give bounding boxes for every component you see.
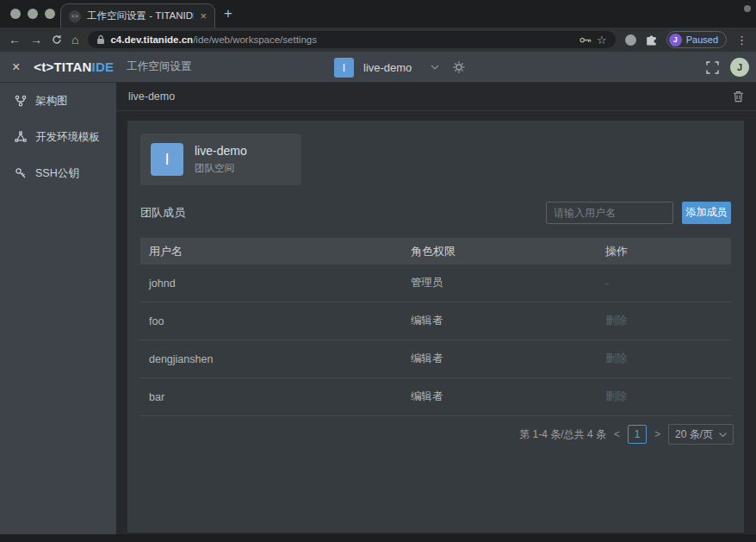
- cell-action: -: [605, 277, 731, 290]
- delete-member-link[interactable]: 删除: [605, 389, 731, 404]
- browser-tab[interactable]: <> 工作空间设置 - TITANIDE ×: [60, 3, 215, 28]
- browser-menu-icon[interactable]: ⋮: [736, 34, 747, 47]
- pagination: 第 1-4 条/总共 4 条 < 1 > 20 条/页: [519, 424, 734, 445]
- url-domain: c4.dev.titanide.cn: [110, 34, 193, 45]
- delete-member-link[interactable]: 删除: [605, 314, 731, 328]
- workspace-avatar: l: [334, 58, 354, 78]
- page-size-select[interactable]: 20 条/页: [668, 424, 734, 445]
- workspace-card-avatar: l: [151, 143, 183, 176]
- window-bottom-edge: [0, 534, 756, 542]
- table-row: dengjianshen 编辑者 删除: [140, 340, 731, 378]
- sidebar: 架构图 开发环境模板 SSH公钥: [0, 83, 116, 534]
- chevron-down-icon[interactable]: [431, 65, 439, 70]
- reload-icon[interactable]: [52, 34, 62, 45]
- extensions-puzzle-icon[interactable]: [646, 34, 657, 46]
- page-title: 工作空间设置: [127, 59, 191, 74]
- settings-panel: l live-demo 团队空间 团队成员 添加成员 用户名 角色权限 操作 j…: [127, 121, 744, 533]
- workspace-card-type: 团队空间: [195, 162, 247, 175]
- bookmark-star-icon[interactable]: ☆: [597, 34, 607, 47]
- next-page-icon[interactable]: >: [654, 428, 660, 440]
- extension-circle-icon[interactable]: [625, 34, 636, 46]
- app-logo: <t>TITANIDE: [34, 59, 114, 74]
- new-tab-button[interactable]: +: [224, 5, 232, 22]
- home-icon[interactable]: ⌂: [71, 34, 78, 46]
- tab-close-icon[interactable]: ×: [200, 10, 207, 22]
- members-toolbar: 团队成员 添加成员: [140, 201, 731, 224]
- browser-toolbar: ← → ⌂ c4.dev.titanide.cn/ide/web/workspa…: [0, 28, 756, 52]
- pagination-summary: 第 1-4 条/总共 4 条: [519, 427, 606, 442]
- header-right-group: J: [706, 52, 749, 83]
- browser-tab-strip: <> 工作空间设置 - TITANIDE × +: [0, 0, 756, 28]
- sidebar-item-label: 架构图: [35, 94, 68, 109]
- sidebar-item-dev-template[interactable]: 开发环境模板: [0, 119, 116, 155]
- content-header: live-demo: [116, 83, 756, 111]
- url-path: /ide/web/workspace/settings: [193, 34, 317, 45]
- tab-favicon-icon: <>: [69, 10, 81, 22]
- workspace-selector[interactable]: l live-demo: [334, 52, 465, 83]
- col-header-action: 操作: [605, 244, 731, 259]
- app-close-icon[interactable]: ×: [12, 59, 20, 75]
- branch-icon: [15, 95, 27, 107]
- window-zoom-button[interactable]: [45, 9, 55, 19]
- cell-username: bar: [140, 391, 411, 403]
- cell-role: 编辑者: [411, 389, 605, 404]
- password-key-icon[interactable]: [579, 36, 592, 44]
- members-table: 用户名 角色权限 操作 johnd 管理员 - foo 编辑者 删除 dengj…: [140, 238, 731, 416]
- delete-workspace-trash-icon[interactable]: [733, 90, 744, 103]
- page-number-button[interactable]: 1: [628, 425, 647, 444]
- window-controls: [10, 9, 55, 19]
- logo-suffix: IDE: [92, 59, 115, 74]
- members-section-title: 团队成员: [140, 205, 546, 221]
- logo-name: TITAN: [53, 59, 91, 74]
- workspace-card: l live-demo 团队空间: [140, 134, 301, 185]
- key-icon: [15, 167, 27, 179]
- browser-profile-chip[interactable]: J Paused: [666, 31, 727, 48]
- cell-role: 管理员: [411, 276, 605, 290]
- table-row: johnd 管理员 -: [140, 265, 731, 302]
- tab-title: 工作空间设置 - TITANIDE: [87, 9, 194, 22]
- address-bar[interactable]: c4.dev.titanide.cn/ide/web/workspace/set…: [88, 31, 615, 48]
- col-header-role: 角色权限: [411, 244, 605, 259]
- window-minimize-button[interactable]: [28, 9, 38, 19]
- back-icon[interactable]: ←: [9, 34, 21, 46]
- cell-role: 编辑者: [411, 314, 605, 328]
- profile-avatar: J: [669, 34, 682, 47]
- profile-status-label: Paused: [686, 34, 718, 45]
- delete-member-link[interactable]: 删除: [605, 352, 731, 366]
- chevron-down-icon: [719, 433, 727, 437]
- content-breadcrumb: live-demo: [128, 90, 733, 103]
- add-member-button[interactable]: 添加成员: [682, 202, 731, 224]
- template-triangle-icon: [15, 131, 27, 143]
- sidebar-item-label: SSH公钥: [35, 166, 79, 181]
- user-avatar[interactable]: J: [730, 58, 749, 77]
- fullscreen-icon[interactable]: [706, 61, 719, 74]
- sidebar-item-label: 开发环境模板: [35, 130, 100, 145]
- sidebar-item-ssh-key[interactable]: SSH公钥: [0, 155, 116, 191]
- lock-icon: [96, 34, 105, 45]
- prev-page-icon[interactable]: <: [614, 428, 620, 440]
- col-header-username: 用户名: [140, 244, 411, 259]
- page-size-value: 20 条/页: [675, 427, 713, 442]
- url-text: c4.dev.titanide.cn/ide/web/workspace/set…: [110, 34, 316, 45]
- cell-role: 编辑者: [411, 352, 605, 366]
- tab-strip-dot-icon: [744, 5, 751, 12]
- workspace-name: live-demo: [363, 61, 412, 74]
- username-input[interactable]: [546, 202, 673, 224]
- gear-icon[interactable]: [453, 61, 465, 73]
- window-close-button[interactable]: [10, 9, 21, 19]
- logo-mark: <t>: [34, 59, 53, 74]
- workspace-card-name: live-demo: [195, 144, 247, 158]
- table-row: bar 编辑者 删除: [140, 378, 731, 416]
- cell-username: johnd: [140, 277, 411, 290]
- table-header-row: 用户名 角色权限 操作: [140, 238, 731, 265]
- forward-icon[interactable]: →: [30, 34, 42, 46]
- sidebar-item-architecture[interactable]: 架构图: [0, 83, 116, 119]
- content-area: l live-demo 团队空间 团队成员 添加成员 用户名 角色权限 操作 j…: [116, 111, 756, 534]
- table-row: foo 编辑者 删除: [140, 302, 731, 340]
- cell-username: foo: [140, 315, 411, 327]
- cell-username: dengjianshen: [140, 353, 411, 365]
